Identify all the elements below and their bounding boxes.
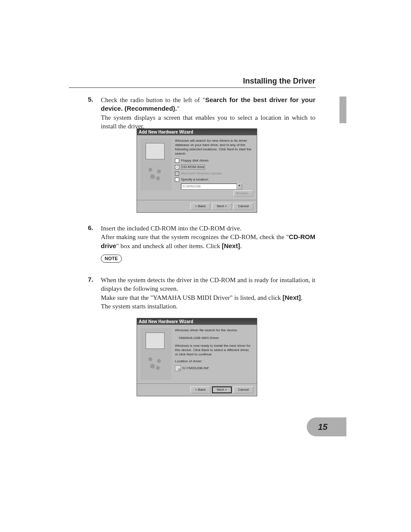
back-button-2[interactable]: < Back [190, 386, 210, 393]
section-rule [69, 87, 316, 88]
checkbox-specify-location[interactable] [175, 177, 179, 182]
location-input[interactable]: G:\WINUSB [181, 184, 237, 190]
location-dropdown-icon[interactable]: ▾ [237, 184, 242, 190]
note-badge: NOTE [101, 255, 122, 263]
inf-file-icon [175, 365, 181, 371]
step7-p2b: [Next] [283, 294, 301, 301]
step7-p3: The system starts installation. [101, 303, 177, 310]
step-7-number: 7. [88, 276, 93, 283]
dialog2-titlebar: Add New Hardware Wizard [137, 318, 257, 325]
checkbox-floppy-label: Floppy disk drives [181, 159, 209, 163]
step6-p2d: [Next] [222, 242, 240, 249]
checkbox-cdrom[interactable]: ✓ [175, 165, 179, 169]
dialog2-desc: Windows is now ready to install the best… [175, 344, 253, 357]
step-5-number: 5. [88, 96, 93, 103]
side-tab [339, 96, 346, 123]
checkbox-specify-location-label: Specify a location: [181, 177, 209, 182]
step-7-text: When the system detects the driver in th… [101, 276, 315, 311]
section-title: Installing the Driver [243, 77, 315, 86]
dialog1-artwork [140, 139, 171, 190]
step5-p2: The system displays a screen that enable… [101, 114, 315, 130]
dialog2-loc-value: G:\YMIDUSB.INF [182, 366, 209, 370]
step-6-number: 6. [88, 224, 93, 231]
checkbox-windows-update [175, 171, 179, 176]
dialog2-loc-label: Location of driver: [175, 359, 253, 364]
dialog1-desc: Windows will search for new drivers in i… [175, 139, 253, 156]
step7-p2a: Make sure that the "YAMAHA USB MIDI Driv… [101, 294, 283, 301]
step7-p1: When the system detects the driver in th… [101, 277, 315, 292]
step5-p1a: Check the radio button to the left of " [101, 96, 205, 103]
checkbox-windows-update-label: Microsoft Windows Update [181, 171, 222, 176]
dialog2-driver-name: YAMAHA USB MIDI Driver [178, 336, 253, 340]
step6-p2a: After making sure that the system recogn… [101, 233, 289, 240]
step-5-text: Check the radio button to the left of "S… [101, 96, 315, 131]
step5-p1c: " [177, 105, 180, 112]
dialog2-artwork [140, 328, 171, 380]
step6-p2c: " box and uncheck all other items. Click [116, 243, 222, 249]
next-button[interactable]: Next > [212, 203, 232, 210]
step-6-text: Insert the included CD-ROM into the CD-R… [101, 224, 315, 263]
page-number: 15 [307, 417, 346, 436]
dialog-add-hardware-1: Add New Hardware Wizard Windows will sea… [137, 128, 257, 213]
dialog1-titlebar: Add New Hardware Wizard [137, 129, 257, 135]
checkbox-cdrom-label: CD-ROM drive [181, 165, 205, 170]
cancel-button-2[interactable]: Cancel [234, 386, 253, 393]
back-button[interactable]: < Back [190, 203, 210, 210]
checkbox-floppy[interactable] [175, 159, 179, 163]
browse-button[interactable]: Browse... [234, 190, 253, 196]
step7-p2c: . [301, 294, 302, 301]
step6-p2e: . [240, 243, 242, 249]
step6-p1: Insert the included CD-ROM into the CD-R… [101, 225, 242, 232]
next-button-2[interactable]: Next > [212, 386, 232, 393]
cancel-button[interactable]: Cancel [234, 203, 253, 210]
dialog2-line1: Windows driver file search for the devic… [175, 328, 253, 333]
dialog-add-hardware-2: Add New Hardware Wizard Windows driver f… [137, 318, 257, 396]
